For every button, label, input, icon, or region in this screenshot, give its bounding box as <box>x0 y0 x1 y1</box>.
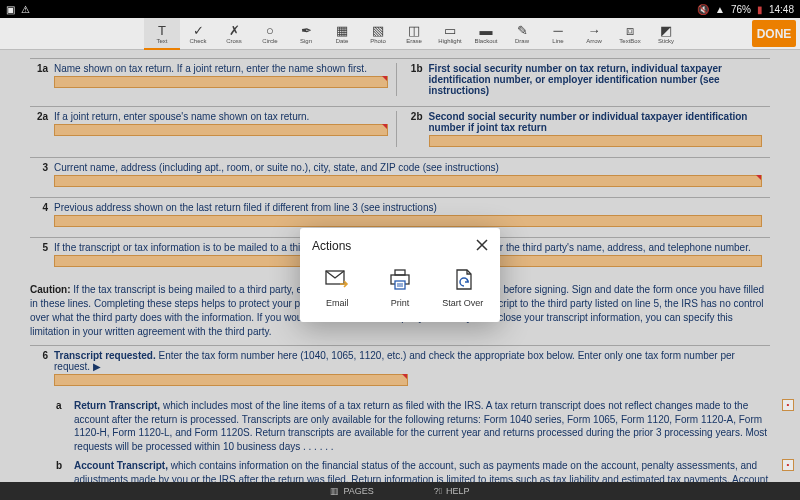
close-icon <box>476 239 488 251</box>
action-print[interactable]: Print <box>372 268 428 308</box>
print-icon <box>388 268 412 292</box>
close-button[interactable] <box>476 238 488 254</box>
pages-button[interactable]: ▥ PAGES <box>330 486 373 496</box>
pages-icon: ▥ <box>330 486 339 496</box>
help-button[interactable]: ?⃝ HELP <box>434 486 470 496</box>
help-icon: ?⃝ <box>434 486 442 496</box>
svg-rect-3 <box>395 281 405 289</box>
dialog-title: Actions <box>312 239 351 253</box>
bottom-bar: ▥ PAGES ?⃝ HELP <box>0 482 800 500</box>
action-email[interactable]: Email <box>309 268 365 308</box>
action-start-over[interactable]: Start Over <box>435 268 491 308</box>
svg-rect-1 <box>395 270 405 275</box>
actions-dialog: Actions Email Print Start Over <box>300 228 500 322</box>
start-over-icon <box>451 268 475 292</box>
email-icon <box>325 268 349 292</box>
